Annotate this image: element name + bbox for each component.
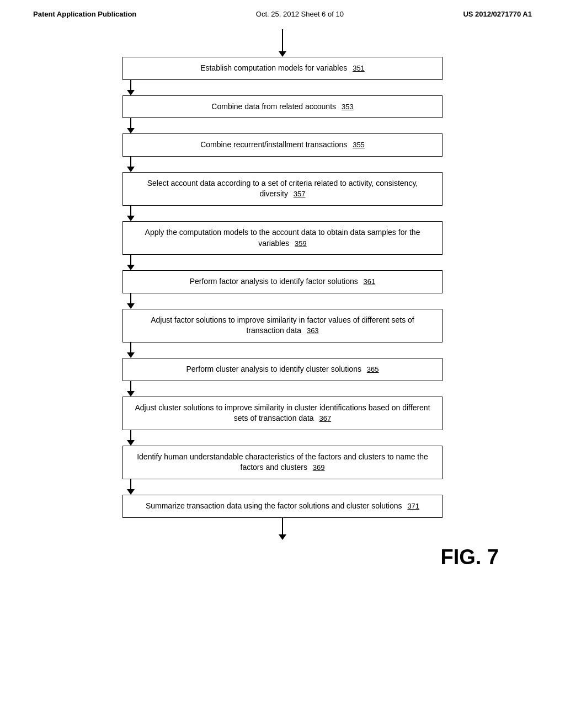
step-353: Combine data from related accounts 353 [122, 95, 443, 119]
step-367-text: Adjust cluster solutions to improve simi… [135, 403, 430, 423]
arrow-head-2 [127, 167, 135, 172]
step-359: Apply the computation models to the acco… [122, 221, 443, 255]
arrow-head-7 [127, 391, 135, 397]
top-entry-arrow [279, 29, 286, 57]
step-351-num: 351 [353, 64, 365, 72]
step-369: Identify human understandable characteri… [122, 446, 443, 479]
arrow-line-2 [130, 157, 131, 167]
header-right: US 2012/0271770 A1 [463, 10, 532, 18]
exit-line [282, 518, 283, 534]
step-351: Establish computation models for variabl… [122, 57, 443, 80]
arrow-6 [122, 342, 139, 358]
arrow-9 [122, 479, 139, 495]
entry-line [282, 29, 283, 51]
step-369-num: 369 [313, 463, 325, 472]
arrow-head-1 [127, 128, 135, 133]
step-363-text: Adjust factor solutions to improve simil… [151, 315, 414, 335]
arrow-line-0 [130, 80, 131, 90]
arrow-line-4 [130, 255, 131, 265]
step-357-text: Select account data according to a set o… [147, 179, 418, 199]
arrow-head-0 [127, 90, 135, 95]
arrow-1 [122, 118, 139, 133]
step-353-num: 353 [342, 103, 354, 111]
step-355-text: Combine recurrent/installment transactio… [200, 140, 349, 149]
step-355: Combine recurrent/installment transactio… [122, 133, 443, 157]
arrow-4 [122, 255, 139, 270]
arrow-5 [122, 293, 139, 309]
arrow-line-1 [130, 118, 131, 128]
arrow-head-9 [127, 489, 135, 495]
exit-arrowhead [279, 534, 286, 540]
arrow-line-3 [130, 206, 131, 216]
arrow-line-5 [130, 293, 131, 303]
step-359-text: Apply the computation models to the acco… [145, 228, 420, 248]
page-header: Patent Application Publication Oct. 25, … [0, 0, 565, 24]
arrow-head-5 [127, 303, 135, 309]
arrow-line-8 [130, 430, 131, 440]
step-361-text: Perform factor analysis to identify fact… [190, 277, 360, 286]
step-371: Summarize transaction data using the fac… [122, 495, 443, 518]
step-359-num: 359 [295, 239, 307, 248]
arrow-head-4 [127, 265, 135, 270]
main-content: Establish computation models for variabl… [0, 24, 565, 569]
arrow-line-6 [130, 342, 131, 352]
step-357-num: 357 [294, 190, 306, 198]
step-371-text: Summarize transaction data using the fac… [146, 501, 404, 510]
figure-label: FIG. 7 [440, 545, 499, 569]
step-361: Perform factor analysis to identify fact… [122, 270, 443, 293]
arrow-8 [122, 430, 139, 446]
entry-arrowhead [279, 51, 286, 57]
arrow-0 [122, 80, 139, 95]
step-351-text: Establish computation models for variabl… [200, 63, 349, 72]
arrow-3 [122, 206, 139, 221]
arrow-line-7 [130, 381, 131, 391]
step-369-text: Identify human understandable characteri… [137, 452, 428, 472]
step-367-num: 367 [319, 414, 331, 422]
bottom-exit-arrow [279, 518, 286, 540]
step-365-text: Perform cluster analysis to identify clu… [186, 365, 363, 373]
arrow-head-6 [127, 352, 135, 358]
arrow-2 [122, 157, 139, 172]
step-353-text: Combine data from related accounts [211, 102, 338, 111]
step-357: Select account data according to a set o… [122, 172, 443, 206]
arrow-line-9 [130, 479, 131, 489]
arrow-7 [122, 381, 139, 397]
step-367: Adjust cluster solutions to improve simi… [122, 397, 443, 430]
header-left: Patent Application Publication [33, 10, 136, 18]
flow-container: Establish computation models for variabl… [122, 57, 443, 518]
header-center: Oct. 25, 2012 Sheet 6 of 10 [256, 10, 344, 18]
step-363: Adjust factor solutions to improve simil… [122, 309, 443, 342]
step-365-num: 365 [367, 365, 379, 373]
step-361-num: 361 [364, 277, 376, 286]
arrow-head-3 [127, 216, 135, 221]
step-355-num: 355 [353, 141, 365, 149]
step-365: Perform cluster analysis to identify clu… [122, 358, 443, 381]
arrow-head-8 [127, 440, 135, 446]
step-371-num: 371 [407, 502, 419, 510]
step-363-num: 363 [307, 326, 319, 335]
